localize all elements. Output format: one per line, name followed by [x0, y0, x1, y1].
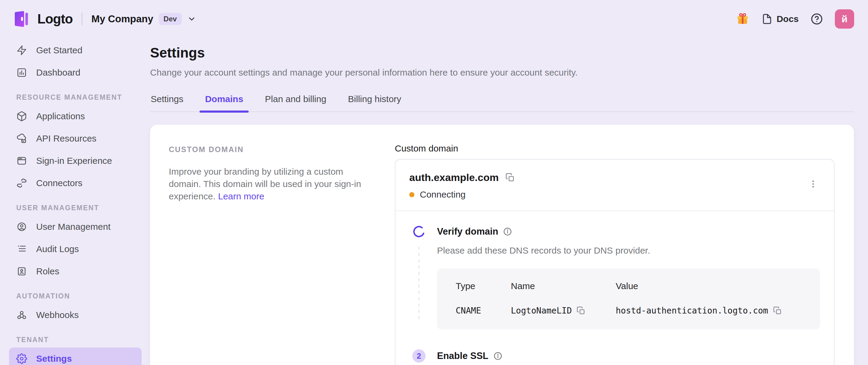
topbar: Logto My Company Dev: [0, 0, 868, 38]
info-icon[interactable]: [493, 352, 502, 361]
docs-button[interactable]: Docs: [762, 13, 799, 24]
sidebar-item-dashboard[interactable]: Dashboard: [9, 61, 142, 84]
sidebar-item-label: Roles: [36, 266, 59, 276]
brand[interactable]: Logto: [12, 9, 73, 29]
sidebar-item-connectors[interactable]: Connectors: [9, 172, 142, 194]
status-badge: Connecting: [420, 190, 466, 200]
help-icon[interactable]: [811, 13, 823, 25]
custom-domain-field-label: Custom domain: [395, 143, 835, 154]
sidebar-item-label: Get Started: [36, 45, 82, 56]
sidebar-section-tenant: TENANT: [16, 336, 142, 344]
tab-settings[interactable]: Settings: [150, 92, 184, 111]
custom-domain-panel: Custom domain auth.example.com: [395, 143, 835, 365]
tab-plan-and-billing[interactable]: Plan and billing: [264, 92, 327, 111]
env-badge: Dev: [159, 13, 182, 25]
logto-console: Logto My Company Dev: [0, 0, 868, 365]
sidebar-item-label: Sign-in Experience: [36, 156, 112, 166]
sidebar-item-label: Dashboard: [36, 67, 81, 78]
copy-icon[interactable]: [505, 173, 515, 182]
dns-col-value: Value: [616, 281, 808, 291]
panel-section-label: CUSTOM DOMAIN: [169, 145, 377, 154]
list-icon: [16, 244, 27, 255]
tab-domains[interactable]: Domains: [204, 92, 244, 111]
sidebar-section-resource-management: RESOURCE MANAGEMENT: [16, 93, 142, 101]
sidebar-item-signin-experience[interactable]: Sign-in Experience: [9, 150, 142, 172]
copy-icon[interactable]: [577, 306, 586, 315]
sidebar-item-label: User Management: [36, 222, 111, 232]
step-ssl-title: Enable SSL: [437, 351, 489, 361]
avatar[interactable]: й: [835, 9, 854, 29]
cloud-icon: [16, 133, 27, 144]
gear-icon: [16, 353, 27, 364]
id-card-icon: [16, 266, 27, 277]
panel-description: Improve your branding by utilizing a cus…: [169, 167, 361, 201]
user-icon: [16, 221, 27, 232]
sidebar-item-roles[interactable]: Roles: [9, 260, 142, 283]
step-verify-domain: Verify domain Please add these DNS recor…: [412, 225, 820, 329]
sidebar-item-applications[interactable]: Applications: [9, 105, 142, 127]
tenant-selector[interactable]: My Company Dev: [91, 13, 196, 25]
page-description: Change your account settings and manage …: [150, 67, 854, 78]
logto-logo-icon: [12, 9, 31, 29]
step-verify-title: Verify domain: [437, 226, 498, 237]
sidebar-section-user-management: USER MANAGEMENT: [16, 204, 142, 212]
sidebar-item-api-resources[interactable]: API Resources: [9, 127, 142, 150]
dns-record-name: LogtoNameLID: [511, 306, 616, 316]
docs-label: Docs: [777, 14, 799, 24]
cube-icon: [16, 111, 27, 122]
dns-instructions: Please add these DNS records to your DNS…: [437, 245, 820, 256]
custom-domain-info: CUSTOM DOMAIN Improve your branding by u…: [169, 143, 377, 365]
sidebar-item-label: Applications: [36, 111, 85, 121]
tab-billing-history[interactable]: Billing history: [347, 92, 402, 111]
sidebar-item-label: Webhooks: [36, 310, 79, 320]
browser-icon: [16, 156, 27, 166]
spinner-icon: [412, 225, 426, 329]
topbar-divider: [82, 13, 82, 25]
sidebar-item-label: Settings: [36, 354, 72, 364]
sidebar-item-settings[interactable]: Settings: [9, 347, 142, 365]
sidebar-section-automation: AUTOMATION: [16, 292, 142, 300]
info-icon[interactable]: [503, 227, 512, 236]
sidebar-item-get-started[interactable]: Get Started: [9, 39, 142, 61]
sidebar-item-label: API Resources: [36, 133, 96, 144]
step-enable-ssl: 2 Enable SSL: [412, 349, 820, 363]
chevron-down-icon: [187, 14, 196, 24]
learn-more-link[interactable]: Learn more: [218, 191, 264, 201]
tenant-name: My Company: [91, 13, 153, 25]
sidebar-item-webhooks[interactable]: Webhooks: [9, 304, 142, 326]
dns-col-name: Name: [511, 281, 616, 291]
tab-bar: Settings Domains Plan and billing Billin…: [150, 92, 854, 112]
sidebar-item-label: Audit Logs: [36, 244, 79, 254]
more-vertical-icon[interactable]: [806, 175, 821, 195]
domain-status-card: auth.example.com Connecting: [395, 159, 835, 365]
main-content: Settings Change your account settings an…: [150, 38, 868, 365]
webhook-icon: [16, 309, 27, 321]
lightning-icon: [16, 45, 27, 56]
copy-icon[interactable]: [773, 306, 782, 315]
step-2-badge: 2: [412, 349, 426, 363]
dns-col-type: Type: [456, 281, 511, 291]
sidebar-item-user-management[interactable]: User Management: [9, 215, 142, 238]
dns-record-type: CNAME: [456, 306, 511, 316]
docs-icon: [762, 13, 772, 24]
status-dot: [409, 192, 414, 197]
sidebar-item-audit-logs[interactable]: Audit Logs: [9, 238, 142, 260]
dashboard-icon: [16, 67, 27, 78]
gift-icon[interactable]: [736, 12, 749, 26]
dns-record-value: hostd-authentication.logto.com: [616, 306, 808, 316]
connectors-icon: [16, 178, 27, 189]
custom-domain-card: CUSTOM DOMAIN Improve your branding by u…: [150, 125, 854, 365]
setup-steps: Verify domain Please add these DNS recor…: [396, 211, 834, 365]
sidebar: Get Started Dashboard RESOURCE MANAGEMEN…: [0, 38, 150, 365]
sidebar-item-label: Connectors: [36, 178, 82, 188]
topbar-actions: Docs й: [736, 9, 854, 29]
dns-records-table: Type Name Value CNAME LogtoNameLID: [437, 268, 820, 329]
brand-wordmark: Logto: [37, 11, 73, 27]
domain-name: auth.example.com: [409, 172, 499, 184]
page-title: Settings: [150, 44, 854, 61]
